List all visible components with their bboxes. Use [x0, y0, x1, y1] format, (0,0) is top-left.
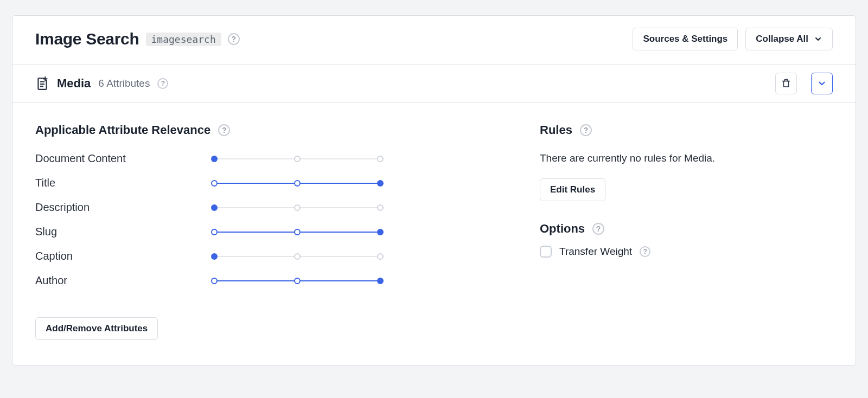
relevance-column: Applicable Attribute Relevance ? Documen…	[35, 123, 507, 340]
attribute-list: Document ContentTitleDescriptionSlugCapt…	[35, 152, 507, 287]
slider-stop[interactable]	[377, 278, 384, 284]
rules-column: Rules ? There are currently no rules for…	[540, 123, 833, 340]
attribute-row: Description	[35, 201, 507, 214]
edit-rules-label: Edit Rules	[550, 184, 595, 195]
rules-heading-row: Rules ?	[540, 123, 833, 137]
add-remove-attributes-label: Add/Remove Attributes	[46, 323, 148, 334]
slider-stop[interactable]	[211, 204, 218, 211]
collapse-section-button[interactable]	[811, 73, 833, 94]
chevron-down-icon	[814, 35, 822, 43]
rules-heading: Rules	[540, 123, 572, 137]
edit-rules-button[interactable]: Edit Rules	[540, 178, 605, 201]
relevance-slider[interactable]	[209, 204, 386, 211]
attribute-label: Title	[35, 177, 196, 189]
engine-card: Image Search imagesearch ? Sources & Set…	[12, 15, 856, 365]
relevance-heading-row: Applicable Attribute Relevance ?	[35, 123, 507, 137]
attribute-label: Document Content	[35, 152, 196, 165]
slider-stop[interactable]	[377, 204, 384, 211]
rules-empty-text: There are currently no rules for Media.	[540, 152, 833, 164]
slider-stop[interactable]	[211, 156, 218, 162]
help-icon[interactable]: ?	[580, 124, 592, 136]
slider-stop[interactable]	[294, 278, 301, 284]
attribute-row: Author	[35, 274, 507, 287]
slider-stop[interactable]	[377, 156, 384, 162]
chevron-down-icon	[817, 79, 827, 88]
sources-settings-button[interactable]: Sources & Settings	[633, 28, 738, 50]
section-content: Applicable Attribute Relevance ? Documen…	[12, 102, 856, 365]
options-heading-row: Options ?	[540, 222, 833, 236]
attribute-row: Caption	[35, 250, 507, 262]
relevance-slider[interactable]	[209, 180, 386, 187]
collapse-all-label: Collapse All	[756, 34, 808, 44]
section-bar: Media 6 Attributes ?	[12, 65, 856, 102]
slider-stop[interactable]	[294, 156, 301, 162]
help-icon[interactable]: ?	[218, 124, 230, 136]
slider-stop[interactable]	[294, 229, 301, 235]
slider-stop[interactable]	[377, 253, 384, 260]
slider-stop[interactable]	[294, 180, 301, 187]
attribute-label: Description	[35, 201, 196, 214]
help-icon[interactable]: ?	[640, 246, 650, 257]
attribute-row: Title	[35, 177, 507, 189]
section-name: Media	[57, 76, 91, 91]
relevance-slider[interactable]	[209, 278, 386, 284]
transfer-weight-row: Transfer Weight ?	[540, 246, 833, 258]
card-header: Image Search imagesearch ? Sources & Set…	[12, 16, 856, 65]
transfer-weight-label: Transfer Weight	[559, 246, 632, 258]
attribute-row: Slug	[35, 226, 507, 238]
sources-settings-label: Sources & Settings	[643, 34, 727, 44]
slider-stop[interactable]	[294, 253, 301, 260]
section-count: 6 Attributes	[98, 78, 150, 89]
collapse-all-button[interactable]: Collapse All	[745, 28, 833, 50]
slider-stop[interactable]	[211, 253, 218, 260]
doc-plus-icon	[35, 76, 49, 91]
attribute-label: Slug	[35, 226, 196, 238]
help-icon[interactable]: ?	[228, 33, 240, 45]
attribute-label: Caption	[35, 250, 196, 262]
relevance-slider[interactable]	[209, 253, 386, 260]
slider-stop[interactable]	[377, 229, 384, 235]
svg-rect-5	[784, 81, 789, 87]
help-icon[interactable]: ?	[157, 78, 168, 89]
trash-icon	[781, 79, 791, 88]
slider-stop[interactable]	[211, 278, 218, 284]
slider-stop[interactable]	[211, 229, 218, 235]
attribute-row: Document Content	[35, 152, 507, 165]
slider-stop[interactable]	[211, 180, 218, 187]
options-heading: Options	[540, 222, 585, 236]
slider-stop[interactable]	[377, 180, 384, 187]
slider-stop[interactable]	[294, 204, 301, 211]
transfer-weight-checkbox[interactable]	[540, 246, 552, 258]
relevance-slider[interactable]	[209, 156, 386, 162]
attribute-label: Author	[35, 274, 196, 287]
help-icon[interactable]: ?	[592, 223, 604, 235]
delete-section-button[interactable]	[775, 73, 797, 94]
engine-slug-chip: imagesearch	[146, 33, 221, 46]
add-remove-attributes-button[interactable]: Add/Remove Attributes	[35, 317, 158, 340]
page-title: Image Search	[35, 30, 139, 48]
relevance-heading: Applicable Attribute Relevance	[35, 123, 210, 137]
relevance-slider[interactable]	[209, 229, 386, 235]
